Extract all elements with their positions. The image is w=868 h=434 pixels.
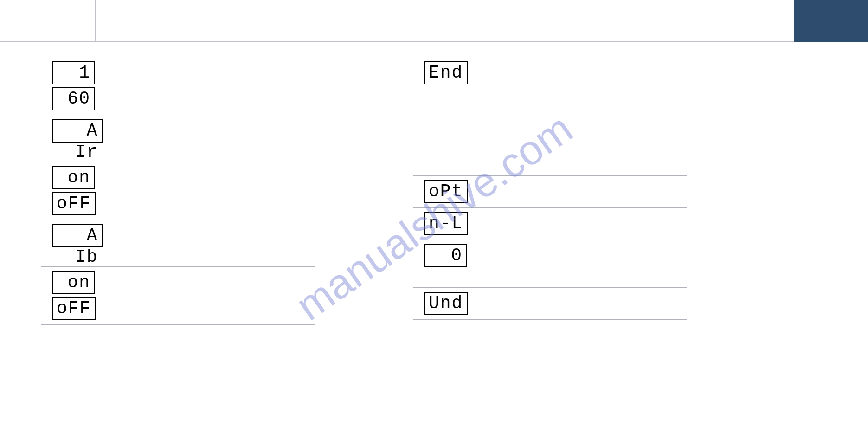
lcd-display: n-L bbox=[424, 212, 468, 235]
header-border bbox=[0, 41, 868, 42]
left-parameter-table: 1 60 A Ir on oFF A Ib on oFF bbox=[41, 57, 315, 325]
param-cell: End bbox=[413, 57, 480, 89]
lcd-display: oPt bbox=[424, 180, 468, 203]
desc-cell bbox=[480, 176, 687, 208]
lcd-display: oFF bbox=[52, 192, 96, 215]
desc-cell bbox=[108, 162, 315, 220]
table-row: on oFF bbox=[41, 267, 315, 325]
right-parameter-table-2: oPt n-L 0 Und bbox=[413, 175, 687, 320]
param-cell: Und bbox=[413, 288, 480, 320]
lcd-display: on bbox=[52, 271, 95, 294]
table-row: A Ib bbox=[41, 220, 315, 267]
lcd-display: A Ib bbox=[52, 224, 103, 247]
param-cell: n-L bbox=[413, 208, 480, 240]
param-cell: 1 60 bbox=[41, 57, 108, 115]
table-row: End bbox=[413, 57, 687, 89]
lcd-display: on bbox=[52, 166, 95, 189]
lcd-display: oFF bbox=[52, 297, 96, 320]
desc-cell bbox=[108, 220, 315, 267]
lcd-display: 0 bbox=[424, 244, 467, 267]
desc-cell bbox=[480, 288, 687, 320]
lcd-display: End bbox=[424, 61, 468, 84]
table-row: oPt bbox=[413, 176, 687, 208]
lcd-display: A Ir bbox=[52, 119, 103, 143]
desc-cell bbox=[108, 115, 315, 162]
desc-cell bbox=[108, 57, 315, 115]
table-row: A Ir bbox=[41, 115, 315, 162]
table-row: Und bbox=[413, 288, 687, 320]
desc-cell bbox=[108, 267, 315, 325]
table-row: 0 bbox=[413, 240, 687, 288]
param-cell: oPt bbox=[413, 176, 480, 208]
lcd-display: 60 bbox=[52, 87, 95, 110]
desc-cell bbox=[480, 208, 687, 240]
lcd-display: Und bbox=[424, 292, 468, 315]
param-cell: on oFF bbox=[41, 267, 108, 325]
desc-cell bbox=[480, 57, 687, 89]
table-row: 1 60 bbox=[41, 57, 315, 115]
header-divider bbox=[95, 0, 96, 42]
right-parameter-table-1: End bbox=[413, 57, 687, 89]
param-cell: A Ib bbox=[41, 220, 108, 267]
table-row: on oFF bbox=[41, 162, 315, 220]
param-cell: A Ir bbox=[41, 115, 108, 162]
desc-cell bbox=[480, 240, 687, 288]
lcd-display: 1 bbox=[52, 61, 95, 84]
corner-accent bbox=[794, 0, 868, 42]
table-row: n-L bbox=[413, 208, 687, 240]
param-cell: 0 bbox=[413, 240, 480, 288]
footer-border bbox=[0, 350, 868, 350]
param-cell: on oFF bbox=[41, 162, 108, 220]
